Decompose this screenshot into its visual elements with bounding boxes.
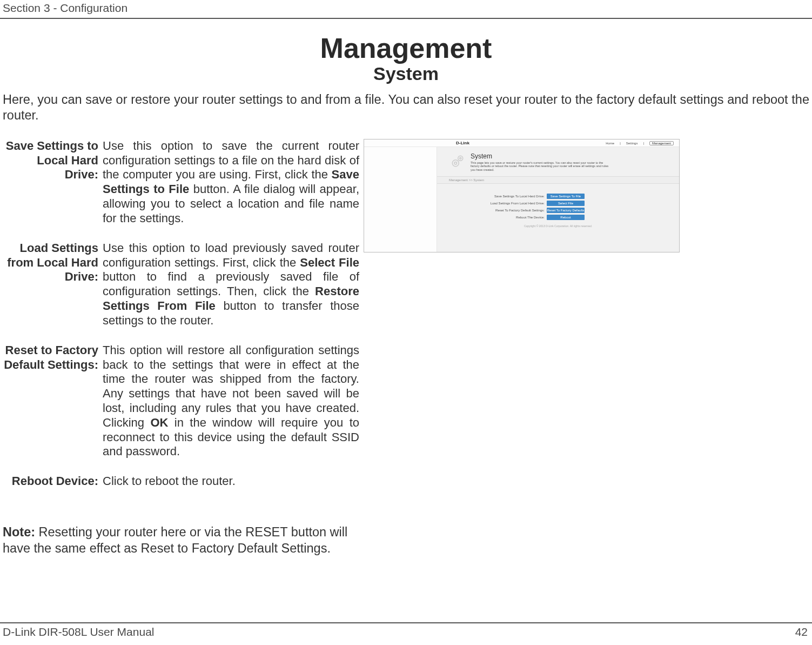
- def-save: Save Settings to Local Hard Drive: Use t…: [0, 139, 359, 226]
- def-reset-desc: This option will restore all configurati…: [100, 343, 359, 460]
- page-header: Section 3 - Configuration: [0, 0, 812, 19]
- ss-row-save-label: Save Settings To Local Hard Drive:: [494, 195, 545, 198]
- ss-breadcrumb: Management >> System: [437, 176, 679, 184]
- ss-form: Save Settings To Local Hard Drive: Save …: [437, 184, 679, 233]
- def-load: Load Settings from Local Hard Drive: Use…: [0, 241, 359, 328]
- ss-nav-home[interactable]: Home: [606, 142, 614, 145]
- def-reboot-label: Reboot Device:: [0, 474, 100, 489]
- ss-description: This page lets you save or restore your …: [471, 161, 611, 172]
- page-title: Management: [0, 32, 812, 64]
- ss-nav-sep: |: [620, 142, 621, 145]
- svg-point-2: [458, 156, 463, 161]
- reset-defaults-button[interactable]: Reset To Factory Defaults: [547, 208, 585, 213]
- svg-point-1: [454, 162, 457, 164]
- def-reset: Reset to Factory Default Settings: This …: [0, 343, 359, 460]
- router-screenshot: D-Link Home | Settings | Management: [364, 139, 680, 252]
- ss-nav: Home | Settings | Management: [606, 139, 674, 147]
- definitions-column: Save Settings to Local Hard Drive: Use t…: [0, 139, 359, 504]
- def-load-label: Load Settings from Local Hard Drive:: [0, 241, 100, 328]
- ss-nav-sep2: |: [643, 142, 644, 145]
- section-label: Section 3 - Configuration: [3, 2, 127, 15]
- intro-paragraph: Here, you can save or restore your route…: [3, 92, 809, 124]
- ss-row-reboot-label: Reboot The Device:: [516, 216, 545, 219]
- ss-heading: System: [471, 152, 611, 160]
- footer-page-number: 42: [795, 626, 808, 639]
- ss-row-load-label: Load Settings From Local Hard Drive:: [491, 202, 545, 205]
- svg-point-0: [452, 160, 459, 167]
- ss-nav-settings[interactable]: Settings: [626, 142, 638, 145]
- ss-topbar: D-Link Home | Settings | Management: [364, 139, 679, 147]
- note-text: Resetting your router here or via the RE…: [3, 525, 347, 555]
- ss-logo: D-Link: [456, 141, 469, 145]
- gear-icon: [449, 152, 466, 170]
- ss-row-reboot: Reboot The Device: Reboot: [437, 215, 679, 220]
- def-load-desc: Use this option to load previously saved…: [100, 241, 359, 328]
- page-subtitle: System: [0, 63, 812, 84]
- ss-row-reset-label: Reset To Factory Default Settings:: [495, 209, 545, 212]
- svg-point-3: [460, 157, 461, 159]
- select-file-button[interactable]: Select File: [547, 201, 585, 206]
- def-reboot: Reboot Device: Click to reboot the route…: [0, 474, 359, 489]
- def-save-label: Save Settings to Local Hard Drive:: [0, 139, 100, 226]
- ss-main: System This page lets you save or restor…: [437, 147, 679, 252]
- ss-row-load: Load Settings From Local Hard Drive: Sel…: [437, 201, 679, 206]
- ss-row-reset: Reset To Factory Default Settings: Reset…: [437, 208, 679, 213]
- page-footer: D-Link DIR-508L User Manual 42: [0, 622, 812, 639]
- ss-sidebar: [364, 147, 437, 252]
- def-save-desc: Use this option to save the current rout…: [100, 139, 359, 226]
- ss-row-save: Save Settings To Local Hard Drive: Save …: [437, 194, 679, 199]
- def-reboot-desc: Click to reboot the router.: [100, 474, 359, 489]
- def-reset-label: Reset to Factory Default Settings:: [0, 343, 100, 460]
- save-settings-button[interactable]: Save Settings To File: [547, 194, 585, 199]
- ss-copyright: Copyright © 2013 D-Link Corporation. All…: [437, 224, 679, 228]
- footer-left: D-Link DIR-508L User Manual: [3, 626, 155, 639]
- reboot-button[interactable]: Reboot: [547, 215, 585, 220]
- note-label: Note:: [3, 525, 35, 539]
- note-paragraph: Note: Resetting your router here or via …: [3, 524, 359, 556]
- ss-nav-management[interactable]: Management: [649, 141, 674, 145]
